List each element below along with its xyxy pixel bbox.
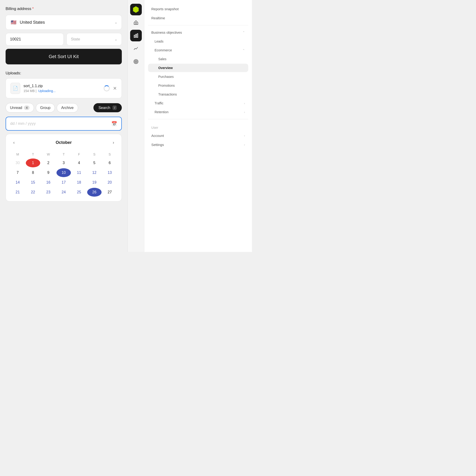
calendar-day[interactable]: 18 (72, 178, 86, 187)
calendar-day[interactable]: 8 (26, 168, 40, 177)
calendar-day-header: M (10, 151, 25, 158)
chart-bar-icon-button[interactable] (130, 30, 142, 41)
calendar-day-header: T (26, 151, 40, 158)
country-name: United States (20, 20, 45, 25)
country-left: 🇺🇸 United States (10, 19, 45, 26)
search-button[interactable]: Search / (93, 103, 122, 112)
calendar-day[interactable]: 17 (56, 178, 71, 187)
close-upload-button[interactable]: ✕ (113, 85, 117, 91)
calendar-day[interactable]: 1 (26, 158, 40, 167)
file-meta: 154 MB | Uploading... (23, 89, 101, 93)
file-info: sort_1.1.zip 154 MB | Uploading... (23, 84, 101, 93)
calendar-month: October (55, 140, 72, 145)
nav-reports-snapshot[interactable]: Reports snapshot (148, 5, 248, 13)
calendar-header: ‹ October › (10, 139, 117, 146)
calendar-day[interactable]: 5 (87, 158, 102, 167)
chevron-right-icon-traffic: › (244, 102, 245, 105)
chevron-right-icon-account: › (244, 134, 245, 137)
required-marker: * (32, 6, 34, 11)
chevron-up-icon: ⌃ (242, 31, 245, 34)
nav-promotions[interactable]: Promotions (148, 81, 248, 90)
nav-sales[interactable]: Sales (148, 55, 248, 63)
calendar-day-header: W (41, 151, 55, 158)
file-name: sort_1.1.zip (23, 84, 101, 88)
nav-account[interactable]: Account › (148, 131, 248, 140)
zip-input[interactable] (6, 33, 64, 46)
svg-point-4 (135, 60, 137, 63)
calendar-day[interactable]: 27 (102, 188, 117, 197)
chart-line-icon-button[interactable] (130, 43, 142, 54)
archive-button[interactable]: Archive (57, 103, 78, 113)
calendar-day[interactable]: 21 (10, 188, 25, 197)
home-icon-button[interactable] (130, 17, 142, 28)
calendar-day[interactable]: 12 (87, 168, 102, 177)
nav-ecommerce[interactable]: Ecommerce ⌃ (148, 46, 248, 54)
calendar-day[interactable]: 3 (56, 158, 71, 167)
cta-button[interactable]: Get Sort UI Kit (6, 49, 122, 64)
nav-menu: Reports snapshot Realtime Business objec… (144, 0, 252, 252)
billing-address-label: Billing address* (6, 6, 122, 11)
target-icon-button[interactable] (130, 56, 142, 68)
upload-item: 📄 sort_1.1.zip 154 MB | Uploading... ✕ (6, 78, 122, 98)
calendar-day[interactable]: 22 (26, 188, 40, 197)
unread-button[interactable]: Unread 4 (6, 103, 34, 113)
uploads-label: Uploads: (6, 71, 122, 76)
chevron-down-icon: ⌄ (115, 20, 117, 24)
file-icon: 📄 (10, 83, 20, 94)
group-button[interactable]: Group (36, 103, 55, 113)
calendar-grid: MTWTFSS301234567891011121314151617181920… (10, 151, 117, 197)
calendar-day[interactable]: 23 (41, 188, 55, 197)
calendar-day-header: S (102, 151, 117, 158)
search-keyboard-shortcut: / (113, 105, 117, 110)
calendar-day[interactable]: 20 (102, 178, 117, 187)
calendar-day[interactable]: 2 (41, 158, 55, 167)
country-select[interactable]: 🇺🇸 United States ⌄ (6, 15, 122, 30)
svg-rect-1 (136, 34, 136, 38)
chevron-right-icon-retention: › (244, 110, 245, 114)
calendar-day[interactable]: 19 (87, 178, 102, 187)
nav-business-objectives[interactable]: Business objectives ⌃ (148, 28, 248, 37)
flag-icon: 🇺🇸 (10, 19, 17, 26)
calendar-prev-button[interactable]: ‹ (10, 139, 17, 146)
date-placeholder: dd / mm / yyyy (10, 121, 36, 126)
logo-button[interactable] (130, 4, 142, 15)
calendar-day[interactable]: 4 (72, 158, 86, 167)
calendar-day[interactable]: 16 (41, 178, 55, 187)
calendar-day[interactable]: 30 (10, 158, 25, 167)
unread-badge: 4 (24, 105, 29, 110)
svg-rect-0 (134, 35, 135, 37)
nav-retention[interactable]: Retention › (148, 108, 248, 116)
upload-actions: ✕ (104, 85, 117, 91)
calendar-next-button[interactable]: › (110, 139, 117, 146)
calendar-day[interactable]: 14 (10, 178, 25, 187)
nav-divider-2 (148, 119, 248, 119)
calendar-day[interactable]: 6 (102, 158, 117, 167)
calendar-day[interactable]: 11 (72, 168, 86, 177)
filter-bar: Unread 4 Group Archive Search / (6, 103, 122, 113)
calendar-day[interactable]: 24 (56, 188, 71, 197)
logo-hex-icon (133, 6, 139, 13)
right-panel: Reports snapshot Realtime Business objec… (128, 0, 252, 252)
calendar-day[interactable]: 15 (26, 178, 40, 187)
nav-settings[interactable]: Settings › (148, 140, 248, 149)
calendar-day[interactable]: 7 (10, 168, 25, 177)
calendar-day[interactable]: 10 (56, 168, 71, 177)
nav-leads[interactable]: Leads (148, 37, 248, 46)
nav-transactions[interactable]: Transactions (148, 90, 248, 99)
state-select[interactable]: State ⌄ (67, 33, 122, 46)
nav-realtime[interactable]: Realtime (148, 14, 248, 22)
zip-state-row: State ⌄ (6, 33, 122, 46)
calendar-day[interactable]: 26 (87, 188, 102, 197)
calendar-day[interactable]: 9 (41, 168, 55, 177)
calendar-day[interactable]: 13 (102, 168, 117, 177)
calendar-day-header: S (87, 151, 102, 158)
nav-overview[interactable]: Overview (148, 64, 248, 72)
date-input[interactable]: dd / mm / yyyy 📅 (6, 117, 122, 131)
calendar-day[interactable]: 25 (72, 188, 86, 197)
calendar-day-header: T (56, 151, 71, 158)
svg-rect-2 (137, 34, 138, 38)
nav-traffic[interactable]: Traffic › (148, 99, 248, 107)
nav-purchases[interactable]: Purchases (148, 72, 248, 81)
calendar-day-header: F (72, 151, 86, 158)
nav-section-user: User (148, 122, 248, 131)
